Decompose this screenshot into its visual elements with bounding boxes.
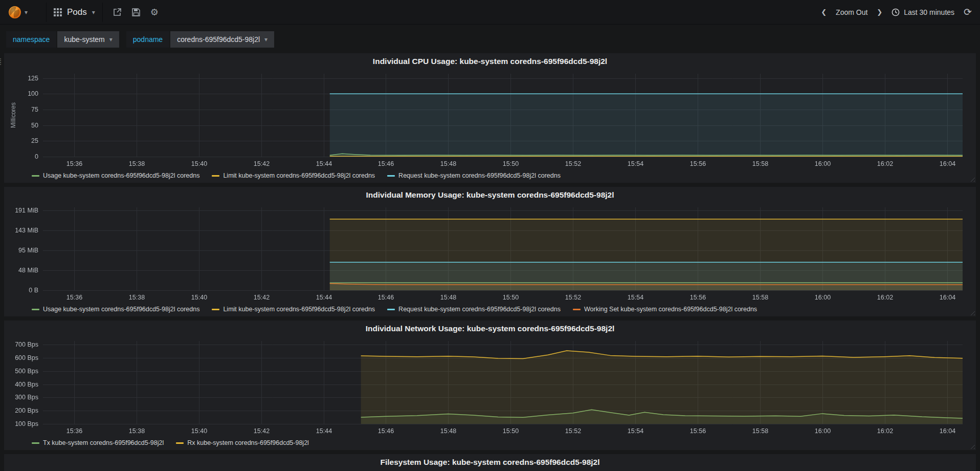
dashboard-picker[interactable]: Pods ▾ xyxy=(46,3,103,22)
time-range-label: Last 30 minutes xyxy=(904,8,954,16)
settings-button[interactable]: ⚙ xyxy=(150,8,159,17)
zoom-out-button[interactable]: Zoom Out xyxy=(836,8,867,16)
time-forward-button[interactable]: ❯ xyxy=(877,8,882,16)
panel: Filesystem Usage: kube-system coredns-69… xyxy=(4,454,976,471)
variable-value-text: kube-system xyxy=(64,35,104,44)
legend-color-swatch xyxy=(176,442,184,444)
caret-down-icon: ▾ xyxy=(264,36,268,42)
legend-item[interactable]: Usage kube-system coredns-695f96dcd5-98j… xyxy=(32,172,199,179)
legend-item[interactable]: Tx kube-system coredns-695f96dcd5-98j2l xyxy=(32,439,164,446)
navbar-right: ❮ Zoom Out ❯ Last 30 minutes ⟳ xyxy=(821,6,972,18)
panel-header[interactable]: Filesystem Usage: kube-system coredns-69… xyxy=(7,455,973,469)
panel: Individual Memory Usage: kube-system cor… xyxy=(4,187,976,316)
legend-color-swatch xyxy=(212,175,219,177)
dashboard-grid-icon xyxy=(54,8,62,16)
chart-canvas[interactable] xyxy=(7,69,972,170)
dashboard-panels: ⣿ Individual CPU Usage: kube-system core… xyxy=(0,52,980,471)
legend-label: Working Set kube-system coredns-695f96dc… xyxy=(584,306,757,313)
chevron-right-icon: ❯ xyxy=(877,8,882,16)
legend-color-swatch xyxy=(32,309,39,310)
legend-label: Limit kube-system coredns-695f96dcd5-98j… xyxy=(223,172,375,179)
legend-item[interactable]: Usage kube-system coredns-695f96dcd5-98j… xyxy=(32,306,199,313)
legend-label: Request kube-system coredns-695f96dcd5-9… xyxy=(398,172,561,179)
caret-down-icon: ▾ xyxy=(25,9,28,15)
legend-color-swatch xyxy=(32,442,39,444)
caret-down-icon: ▾ xyxy=(92,9,95,15)
legend-label: Limit kube-system coredns-695f96dcd5-98j… xyxy=(223,306,375,313)
panel-title: Individual CPU Usage: kube-system coredn… xyxy=(373,57,607,66)
variable-value-text: coredns-695f96dcd5-98j2l xyxy=(177,35,260,44)
variable-label-namespace: namespace xyxy=(6,31,56,48)
legend-label: Rx kube-system coredns-695f96dcd5-98j2l xyxy=(187,439,309,446)
clock-icon xyxy=(892,8,900,16)
panel-header[interactable]: Individual Network Usage: kube-system co… xyxy=(7,322,973,336)
legend-item[interactable]: Working Set kube-system coredns-695f96dc… xyxy=(573,306,757,313)
zoom-out-label: Zoom Out xyxy=(836,8,867,16)
legend-color-swatch xyxy=(212,309,219,310)
row-drag-handle[interactable]: ⣿ xyxy=(0,57,2,65)
legend-label: Usage kube-system coredns-695f96dcd5-98j… xyxy=(43,172,199,179)
legend-item[interactable]: Limit kube-system coredns-695f96dcd5-98j… xyxy=(212,306,375,313)
variable-namespace: namespace kube-system ▾ xyxy=(6,31,119,48)
navbar-left: ▾ Pods ▾ xyxy=(4,3,159,22)
legend-item[interactable]: Request kube-system coredns-695f96dcd5-9… xyxy=(387,306,561,313)
panel-title: Filesystem Usage: kube-system coredns-69… xyxy=(380,458,599,467)
panel-header[interactable]: Individual Memory Usage: kube-system cor… xyxy=(7,188,973,202)
panel: Individual Network Usage: kube-system co… xyxy=(4,320,976,450)
variable-dropdown-namespace[interactable]: kube-system ▾ xyxy=(57,31,119,48)
legend-item[interactable]: Request kube-system coredns-695f96dcd5-9… xyxy=(387,172,561,179)
chart-legend: Usage kube-system coredns-695f96dcd5-98j… xyxy=(7,304,973,314)
legend-label: Usage kube-system coredns-695f96dcd5-98j… xyxy=(43,306,199,313)
save-icon xyxy=(132,8,140,16)
legend-color-swatch xyxy=(387,309,395,310)
chart-canvas[interactable] xyxy=(7,202,972,304)
share-button[interactable] xyxy=(113,8,122,16)
variable-label-podname: podname xyxy=(126,31,169,48)
variable-podname: podname coredns-695f96dcd5-98j2l ▾ xyxy=(126,31,274,48)
legend-color-swatch xyxy=(573,309,581,310)
panel-title: Individual Network Usage: kube-system co… xyxy=(366,324,615,333)
refresh-icon: ⟳ xyxy=(964,6,972,18)
variable-dropdown-podname[interactable]: coredns-695f96dcd5-98j2l ▾ xyxy=(170,31,274,48)
grafana-logo-icon xyxy=(8,6,21,19)
time-range-picker[interactable]: Last 30 minutes xyxy=(892,8,954,16)
legend-color-swatch xyxy=(387,175,395,177)
legend-label: Tx kube-system coredns-695f96dcd5-98j2l xyxy=(43,439,164,446)
grafana-logo-menu[interactable]: ▾ xyxy=(4,4,32,21)
legend-color-swatch xyxy=(32,175,39,177)
template-variables-bar: namespace kube-system ▾ podname coredns-… xyxy=(0,25,980,52)
refresh-button[interactable]: ⟳ xyxy=(964,6,972,18)
chevron-left-icon: ❮ xyxy=(821,8,827,16)
chart-canvas[interactable] xyxy=(7,336,972,437)
panel-header[interactable]: Individual CPU Usage: kube-system coredn… xyxy=(7,54,973,69)
gear-icon: ⚙ xyxy=(150,8,159,17)
dashboard-title: Pods xyxy=(67,7,87,17)
top-navbar: ▾ Pods ▾ xyxy=(0,0,980,25)
share-icon xyxy=(113,8,122,16)
time-back-button[interactable]: ❮ xyxy=(821,8,827,16)
legend-item[interactable]: Limit kube-system coredns-695f96dcd5-98j… xyxy=(212,172,375,179)
chart-legend: Usage kube-system coredns-695f96dcd5-98j… xyxy=(7,170,973,181)
chart-legend: Tx kube-system coredns-695f96dcd5-98j2lR… xyxy=(7,437,973,448)
save-button[interactable] xyxy=(132,8,140,16)
legend-label: Request kube-system coredns-695f96dcd5-9… xyxy=(398,306,561,313)
caret-down-icon: ▾ xyxy=(109,36,113,42)
panel-title: Individual Memory Usage: kube-system cor… xyxy=(366,190,614,200)
panel: Individual CPU Usage: kube-system coredn… xyxy=(4,53,976,183)
legend-item[interactable]: Rx kube-system coredns-695f96dcd5-98j2l xyxy=(176,439,309,446)
